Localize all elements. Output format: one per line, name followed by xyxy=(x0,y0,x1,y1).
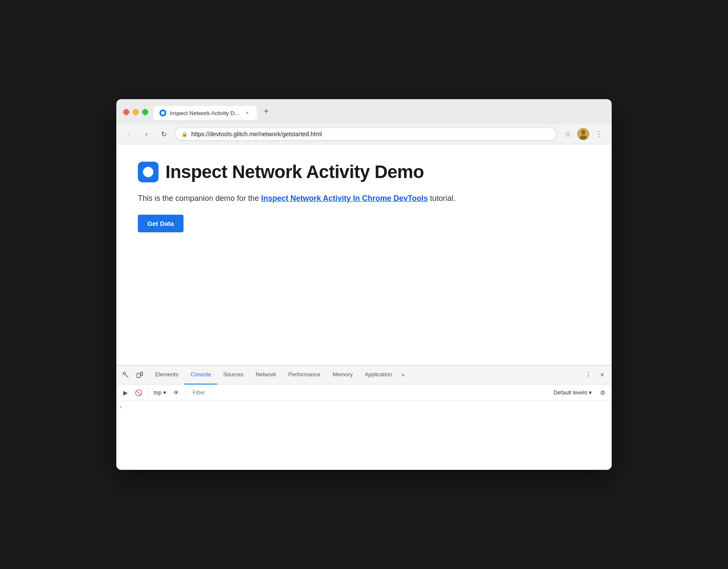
block-icon: 🚫 xyxy=(135,389,142,396)
url-path: /network/getstarted.html xyxy=(258,131,322,138)
memory-tab-label: Memory xyxy=(333,371,353,378)
devtools-link[interactable]: Inspect Network Activity In Chrome DevTo… xyxy=(261,194,428,203)
console-prompt-arrow[interactable]: › xyxy=(116,403,612,411)
address-actions: ☆ ⋮ xyxy=(562,128,605,140)
description-prefix: This is the companion demo for the xyxy=(138,194,261,203)
tab-sources[interactable]: Sources xyxy=(217,366,250,385)
get-data-button[interactable]: Get Data xyxy=(138,215,184,232)
devtools-panel: Elements Console Sources Network Perform… xyxy=(116,365,612,470)
run-script-button[interactable]: ▶ xyxy=(120,387,131,398)
forward-icon: › xyxy=(145,130,147,138)
close-icon: × xyxy=(600,371,604,379)
tab-network[interactable]: Network xyxy=(250,366,283,385)
chrome-menu-button[interactable]: ⋮ xyxy=(593,128,605,140)
star-button[interactable]: ☆ xyxy=(562,128,574,140)
svg-point-1 xyxy=(581,130,585,134)
back-button[interactable]: ‹ xyxy=(123,128,135,140)
maximize-button[interactable] xyxy=(142,109,148,115)
tab-close-button[interactable]: × xyxy=(244,109,251,116)
reload-button[interactable]: ↻ xyxy=(158,128,170,140)
reload-icon: ↻ xyxy=(161,130,167,138)
console-settings-button[interactable]: ⚙ xyxy=(597,387,608,398)
active-tab[interactable]: Inspect Network Activity Demo × xyxy=(153,106,257,120)
page-content: Inspect Network Activity Demo This is th… xyxy=(116,144,612,365)
forward-button[interactable]: › xyxy=(140,128,152,140)
console-filter-input[interactable] xyxy=(189,388,548,397)
application-tab-label: Application xyxy=(365,371,392,378)
network-tab-label: Network xyxy=(256,371,277,378)
devtools-toolbar-icons xyxy=(120,369,146,381)
console-toolbar: ▶ 🚫 top ▾ 👁 Default levels ▾ ⚙ xyxy=(116,385,612,401)
minimize-button[interactable] xyxy=(133,109,139,115)
address-text: https://devtools.glitch.me/network/getst… xyxy=(191,131,550,138)
tab-favicon xyxy=(159,109,166,116)
separator-2 xyxy=(185,388,186,397)
dots-icon: ⋮ xyxy=(585,371,592,379)
performance-tab-label: Performance xyxy=(288,371,320,378)
more-tabs-button[interactable]: » xyxy=(398,366,408,385)
browser-window: Inspect Network Activity Demo × + ‹ › ↻ … xyxy=(116,99,612,470)
description-suffix: tutorial. xyxy=(428,194,455,203)
tab-memory[interactable]: Memory xyxy=(327,366,359,385)
page-favicon xyxy=(138,162,159,182)
page-title: Inspect Network Activity Demo xyxy=(165,162,424,182)
back-icon: ‹ xyxy=(128,130,130,138)
log-levels-button[interactable]: Default levels ▾ xyxy=(550,388,595,397)
new-tab-button[interactable]: + xyxy=(259,104,273,118)
traffic-lights xyxy=(123,109,148,115)
element-picker-button[interactable] xyxy=(120,369,132,381)
svg-rect-4 xyxy=(137,373,140,378)
page-heading-row: Inspect Network Activity Demo xyxy=(138,162,590,182)
page-description: This is the companion demo for the Inspe… xyxy=(138,193,590,204)
svg-rect-3 xyxy=(123,372,125,375)
elements-tab-label: Elements xyxy=(155,371,178,378)
console-tab-label: Console xyxy=(190,371,211,378)
log-levels-arrow: ▾ xyxy=(589,389,592,396)
tab-performance[interactable]: Performance xyxy=(282,366,326,385)
devtools-more-options-button[interactable]: ⋮ xyxy=(582,369,594,381)
url-base: https://devtools.glitch.me xyxy=(191,131,258,138)
tab-application[interactable]: Application xyxy=(359,366,398,385)
address-bar: ‹ › ↻ 🔒 https://devtools.glitch.me/netwo… xyxy=(116,124,612,144)
title-bar: Inspect Network Activity Demo × + xyxy=(116,99,612,124)
clear-console-button[interactable]: 🚫 xyxy=(133,387,144,398)
tab-console[interactable]: Console xyxy=(184,366,217,385)
console-context-selector[interactable]: top ▾ xyxy=(151,387,169,398)
kebab-menu-icon: ⋮ xyxy=(595,130,602,138)
context-dropdown-arrow: ▾ xyxy=(163,389,166,396)
devtools-menu-buttons: ⋮ × xyxy=(582,369,608,381)
console-output: › xyxy=(116,401,612,470)
browser-tabs: Inspect Network Activity Demo × + xyxy=(153,104,273,120)
devtools-tab-bar: Elements Console Sources Network Perform… xyxy=(116,366,612,385)
sources-tab-label: Sources xyxy=(223,371,244,378)
live-expressions-button[interactable]: 👁 xyxy=(171,387,182,398)
lock-icon: 🔒 xyxy=(181,131,188,137)
close-button[interactable] xyxy=(123,109,129,115)
tab-title: Inspect Network Activity Demo xyxy=(170,110,240,116)
tab-elements[interactable]: Elements xyxy=(149,366,184,385)
device-mode-button[interactable] xyxy=(134,369,146,381)
play-icon: ▶ xyxy=(123,389,128,396)
svg-rect-5 xyxy=(141,372,143,375)
context-value: top xyxy=(154,389,162,396)
devtools-close-button[interactable]: × xyxy=(596,369,608,381)
gear-icon: ⚙ xyxy=(600,389,606,396)
star-icon: ☆ xyxy=(565,130,571,138)
eye-icon: 👁 xyxy=(173,389,179,396)
separator-1 xyxy=(147,388,148,397)
log-levels-label: Default levels xyxy=(554,389,587,396)
address-input-wrap[interactable]: 🔒 https://devtools.glitch.me/network/get… xyxy=(175,128,557,141)
avatar[interactable] xyxy=(577,128,589,140)
svg-point-2 xyxy=(580,135,587,140)
